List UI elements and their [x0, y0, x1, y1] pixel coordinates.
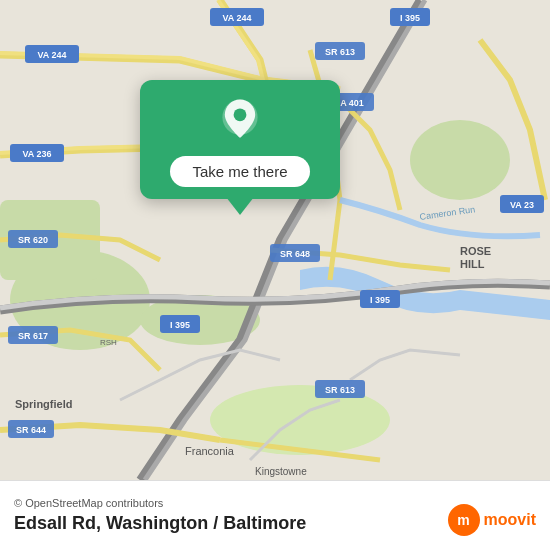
svg-text:Franconia: Franconia — [185, 445, 235, 457]
location-popup: Take me there — [140, 80, 340, 199]
bottom-info-bar: © OpenStreetMap contributors Edsall Rd, … — [0, 480, 550, 550]
svg-point-3 — [410, 120, 510, 200]
map-view: VA 244 VA 244 VA 236 SR 613 SR 620 SR 61… — [0, 0, 550, 480]
svg-point-42 — [234, 108, 247, 121]
svg-text:VA 236: VA 236 — [22, 149, 51, 159]
svg-text:I 395: I 395 — [370, 295, 390, 305]
moovit-text: moovit — [484, 511, 536, 529]
svg-text:SR 613: SR 613 — [325, 385, 355, 395]
svg-text:SR 620: SR 620 — [18, 235, 48, 245]
svg-text:VA 23: VA 23 — [510, 200, 534, 210]
svg-text:SR 617: SR 617 — [18, 331, 48, 341]
svg-text:ROSE: ROSE — [460, 245, 491, 257]
svg-text:Kingstowne: Kingstowne — [255, 466, 307, 477]
svg-text:SR 644: SR 644 — [16, 425, 46, 435]
svg-text:Springfield: Springfield — [15, 398, 72, 410]
svg-text:I 395: I 395 — [170, 320, 190, 330]
svg-text:SR 648: SR 648 — [280, 249, 310, 259]
svg-text:RSH: RSH — [100, 338, 117, 347]
svg-text:A 401: A 401 — [340, 98, 364, 108]
svg-text:VA 244: VA 244 — [37, 50, 66, 60]
moovit-icon: m — [448, 504, 480, 536]
take-me-there-button[interactable]: Take me there — [170, 156, 309, 187]
location-pin-icon — [216, 98, 264, 146]
svg-text:HILL: HILL — [460, 258, 485, 270]
svg-text:SR 613: SR 613 — [325, 47, 355, 57]
svg-text:I 395: I 395 — [400, 13, 420, 23]
svg-text:VA 244: VA 244 — [222, 13, 251, 23]
moovit-logo: m moovit — [448, 504, 536, 536]
